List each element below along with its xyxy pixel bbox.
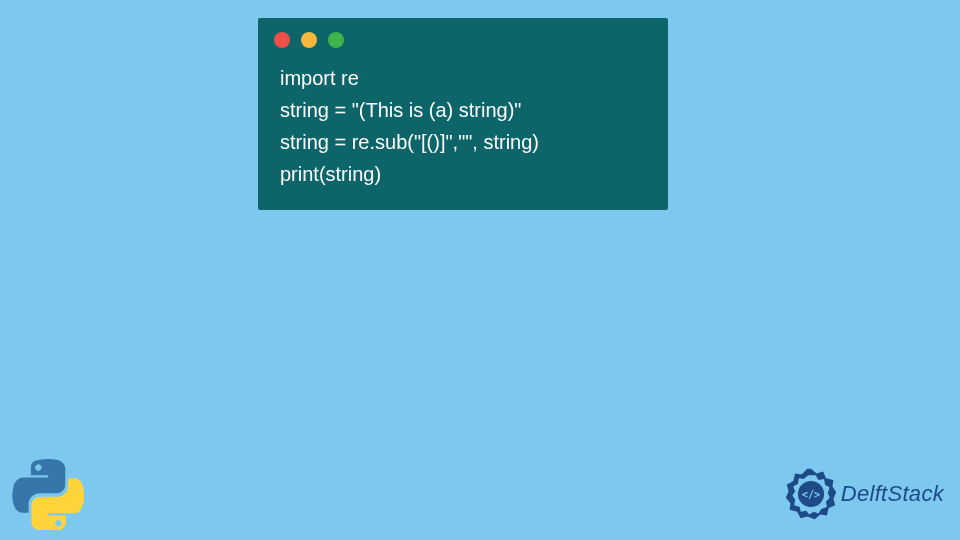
code-line: string = "(This is (a) string)" (280, 94, 646, 126)
code-window: import re string = "(This is (a) string)… (258, 18, 668, 210)
svg-text:</>: </> (801, 488, 820, 500)
code-line: string = re.sub("[()]","", string) (280, 126, 646, 158)
code-line: print(string) (280, 158, 646, 190)
delftstack-emblem-icon: </> (783, 466, 839, 522)
minimize-icon (301, 32, 317, 48)
delftstack-logo: </> DelftStack (783, 466, 944, 522)
close-icon (274, 32, 290, 48)
python-logo-icon (12, 458, 84, 530)
code-body: import re string = "(This is (a) string)… (258, 56, 668, 210)
delftstack-text: DelftStack (841, 481, 944, 507)
window-title-bar (258, 18, 668, 56)
code-line: import re (280, 62, 646, 94)
maximize-icon (328, 32, 344, 48)
